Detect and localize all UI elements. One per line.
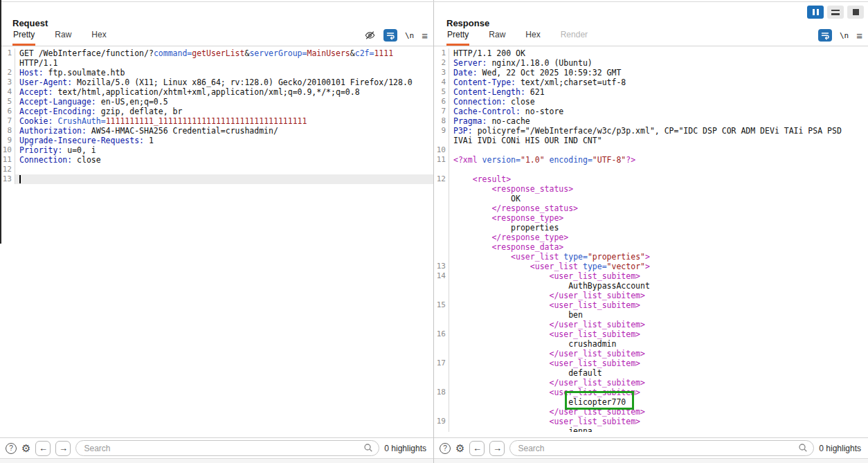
line-number: [434, 339, 449, 349]
line-number: [434, 368, 449, 378]
tab-hex[interactable]: Hex: [91, 27, 107, 46]
square-icon: [853, 9, 859, 15]
tab-hex[interactable]: Hex: [525, 27, 541, 46]
code-row: 2Server: nginx/1.18.0 (Ubuntu): [434, 58, 868, 68]
panel-divider[interactable]: [433, 0, 434, 463]
tab-pretty[interactable]: Pretty: [12, 27, 35, 46]
help-icon[interactable]: ?: [6, 443, 17, 454]
code-row: 4Accept: text/html,application/xhtml+xml…: [0, 87, 433, 97]
newline-icon[interactable]: \n: [840, 31, 849, 40]
response-search-input[interactable]: [509, 440, 814, 456]
window-top-border: [0, 1, 868, 2]
line-number: [434, 165, 449, 174]
newline-icon[interactable]: \n: [405, 31, 414, 40]
line-number: [434, 349, 449, 358]
code-row: <user_list type="properties">: [434, 252, 868, 262]
tab-raw[interactable]: Raw: [488, 27, 506, 46]
code-row: 11Connection: close: [0, 155, 433, 165]
menu-icon[interactable]: ≡: [422, 30, 428, 41]
response-tabs: PrettyRawHexRender \n ≡: [446, 27, 862, 46]
code-row: 1GET /WebInterface/function/?command=get…: [0, 48, 433, 58]
line-number: 18: [434, 388, 449, 397]
code-row: crushadmin: [434, 339, 868, 349]
line-number: 4: [434, 78, 449, 87]
line-number: 10: [0, 145, 15, 155]
line-number: [434, 203, 449, 213]
request-search-input[interactable]: [75, 440, 379, 456]
response-search-bar: ? ⚙ ← → 0 highlights: [434, 437, 868, 458]
code-row: 8Pragma: no-cache: [434, 116, 868, 126]
burp-repeater-window: { "window": { "layout_buttons": [ { "nam…: [0, 0, 868, 463]
code-row: IVAi IVDi CONi HIS OUR IND CNT": [434, 136, 868, 145]
code-row: 17 <user_list_subitem>: [434, 358, 868, 368]
code-row: 10: [434, 145, 868, 155]
line-number: 10: [434, 145, 449, 155]
tab-raw[interactable]: Raw: [54, 27, 72, 46]
line-number: 14: [434, 271, 449, 281]
line-number: 17: [434, 358, 449, 368]
rows-layout-button[interactable]: [827, 6, 844, 19]
tab-pretty[interactable]: Pretty: [446, 27, 469, 46]
code-row: 9P3P: policyref="/WebInterface/w3c/p3p.x…: [434, 126, 868, 136]
code-row: </user_list_subitem>: [434, 378, 868, 388]
line-number: 2: [0, 68, 15, 78]
response-panel-header: Response PrettyRawHexRender \n ≡: [434, 0, 868, 46]
line-number: 2: [434, 58, 449, 68]
code-row: 3User-Agent: Mozilla/5.0 (X11; Linux x86…: [0, 78, 433, 87]
response-panel: Response PrettyRawHexRender \n ≡: [434, 0, 868, 458]
tab-render[interactable]: Render: [560, 27, 588, 46]
response-editor[interactable]: 1HTTP/1.1 200 OK2Server: nginx/1.18.0 (U…: [434, 46, 868, 437]
previous-match-button[interactable]: ←: [35, 441, 51, 456]
code-row: 2Host: ftp.soulmate.htb: [0, 68, 433, 78]
line-number: 13: [0, 174, 15, 184]
code-row: 12 <result>: [434, 174, 868, 184]
line-number: [434, 426, 449, 432]
line-number: 19: [434, 417, 449, 426]
menu-icon[interactable]: ≡: [856, 30, 862, 41]
line-number: 3: [434, 68, 449, 78]
previous-match-button[interactable]: ←: [469, 441, 485, 456]
next-match-button[interactable]: →: [489, 441, 505, 456]
gear-icon[interactable]: ⚙: [455, 443, 464, 453]
window-left-edge: [0, 0, 1, 244]
code-row: 5Accept-Language: en-US,en;q=0.5: [0, 97, 433, 107]
response-search-wrap: [509, 440, 814, 456]
code-row: AuthBypassAccount: [434, 281, 868, 291]
line-number: 9: [434, 126, 449, 136]
line-number: [434, 320, 449, 329]
single-view-layout-button[interactable]: [847, 6, 864, 19]
code-row: </user_list_subitem>: [434, 407, 868, 417]
code-row: 3Date: Wed, 22 Oct 2025 10:59:32 GMT: [434, 68, 868, 78]
code-row: [434, 165, 868, 174]
rows-icon: [831, 10, 840, 15]
request-toolbar-icons: \n ≡: [364, 29, 428, 46]
code-row: properties: [434, 223, 868, 233]
search-icon: [363, 443, 373, 455]
code-row: 6Connection: close: [434, 97, 868, 107]
line-number: 7: [434, 107, 449, 116]
code-row: 12: [0, 165, 433, 174]
code-row: 7Cookie: CrushAuth=1111111111_1111111111…: [0, 116, 433, 126]
line-number: 16: [434, 329, 449, 339]
line-number: 15: [434, 300, 449, 310]
request-search-bar: ? ⚙ ← → 0 highlights: [0, 437, 433, 458]
help-icon[interactable]: ?: [440, 443, 451, 454]
line-number: [434, 397, 449, 407]
code-row: jenna: [434, 426, 868, 432]
line-number: [434, 184, 449, 194]
response-toolbar-icons: \n ≡: [818, 29, 862, 46]
code-row: elicopter770: [434, 397, 868, 407]
code-row: </user_list_subitem>: [434, 349, 868, 358]
request-search-wrap: [75, 440, 379, 456]
search-icon: [798, 443, 808, 455]
next-match-button[interactable]: →: [55, 441, 71, 456]
code-row: 19 <user_list_subitem>: [434, 417, 868, 426]
hide-matches-icon[interactable]: [364, 30, 376, 41]
columns-layout-button[interactable]: [807, 6, 824, 19]
gear-icon[interactable]: ⚙: [21, 443, 30, 453]
word-wrap-icon[interactable]: [818, 29, 832, 42]
code-row: 16 <user_list_subitem>: [434, 329, 868, 339]
word-wrap-icon[interactable]: [383, 29, 397, 42]
request-editor[interactable]: 1GET /WebInterface/function/?command=get…: [0, 46, 433, 437]
line-number: [434, 242, 449, 252]
